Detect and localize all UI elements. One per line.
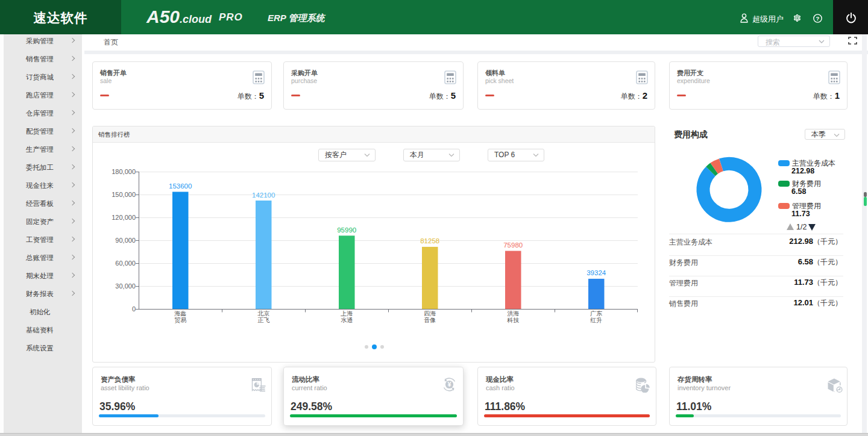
svg-text:上海: 上海 xyxy=(340,310,353,317)
svg-text:142100: 142100 xyxy=(252,192,275,199)
svg-text:科技: 科技 xyxy=(507,317,519,323)
svg-text:120,000: 120,000 xyxy=(112,214,136,221)
svg-text:60,000: 60,000 xyxy=(115,260,136,267)
svg-text:音像: 音像 xyxy=(424,317,436,323)
svg-text:153600: 153600 xyxy=(169,182,192,190)
svg-text:北京: 北京 xyxy=(257,310,269,317)
svg-text:红升: 红升 xyxy=(590,317,602,323)
svg-text:正飞: 正飞 xyxy=(257,317,269,323)
svg-text:水通: 水通 xyxy=(341,317,353,323)
svg-text:95990: 95990 xyxy=(337,226,356,234)
svg-text:?: ? xyxy=(816,15,820,22)
svg-text:洪海: 洪海 xyxy=(507,310,519,317)
svg-text:75980: 75980 xyxy=(503,241,523,249)
svg-text:0: 0 xyxy=(132,305,136,313)
svg-text:广东: 广东 xyxy=(590,310,602,317)
svg-text:180,000: 180,000 xyxy=(112,168,136,175)
svg-text:90,000: 90,000 xyxy=(115,237,136,244)
svg-text:海鑫: 海鑫 xyxy=(174,310,186,317)
svg-text:81258: 81258 xyxy=(420,237,439,244)
svg-text:39324: 39324 xyxy=(587,269,606,276)
svg-text:30,000: 30,000 xyxy=(115,282,136,290)
svg-text:贸易: 贸易 xyxy=(174,317,186,323)
svg-text:四海: 四海 xyxy=(424,310,436,317)
svg-text:150,000: 150,000 xyxy=(112,191,136,198)
svg-text:¥: ¥ xyxy=(447,381,451,388)
